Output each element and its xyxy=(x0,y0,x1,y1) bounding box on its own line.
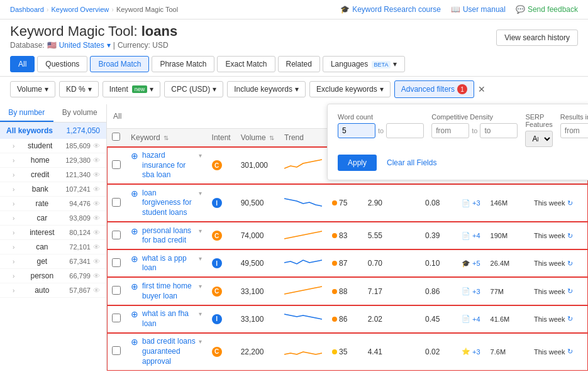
sidebar-arrow-icon: › xyxy=(13,244,14,251)
sidebar-item[interactable]: › auto 57,867 👁 xyxy=(0,283,106,298)
sidebar-item-count: 80,124 xyxy=(69,229,91,236)
keyword-dropdown-icon[interactable]: ▾ xyxy=(199,283,202,290)
word-count-from[interactable] xyxy=(338,123,375,138)
refresh-row-icon[interactable]: ↻ xyxy=(567,315,573,323)
tab-phrase-match[interactable]: Phrase Match xyxy=(152,56,214,72)
word-count-to[interactable] xyxy=(386,123,424,138)
row-checkbox[interactable] xyxy=(112,258,121,267)
keyword-link[interactable]: what is a ppp loan ▾ xyxy=(142,254,202,273)
keyword-dropdown-icon[interactable]: ▾ xyxy=(199,310,202,317)
add-keyword-icon[interactable]: ⊕ xyxy=(131,281,140,292)
user-manual-link[interactable]: 📖 User manual xyxy=(451,5,506,14)
sidebar-item[interactable]: › interest 80,124 👁 xyxy=(0,226,106,240)
clear-all-fields-button[interactable]: Clear all Fields xyxy=(382,155,441,171)
row-checkbox[interactable] xyxy=(112,314,121,322)
eye-icon[interactable]: 👁 xyxy=(93,287,100,294)
row-checkbox[interactable] xyxy=(112,346,121,355)
word-count-field: Word count to xyxy=(338,113,424,147)
sidebar-item[interactable]: › person 66,799 👁 xyxy=(0,269,106,283)
eye-icon[interactable]: 👁 xyxy=(93,229,100,236)
refresh-row-icon[interactable]: ↻ xyxy=(567,232,573,240)
tab-all[interactable]: All xyxy=(10,56,35,72)
all-keywords-row[interactable]: All keywords 1,274,050 xyxy=(0,123,106,139)
results-in-serp-field: Results in SERP to xyxy=(560,113,588,147)
results-serp-from[interactable] xyxy=(560,123,588,138)
eye-icon[interactable]: 👁 xyxy=(93,200,100,207)
sidebar-tab-by-number[interactable]: By number xyxy=(0,104,53,122)
refresh-row-icon[interactable]: ↻ xyxy=(567,199,573,207)
tab-broad-match[interactable]: Broad Match xyxy=(90,56,149,72)
keyword-dropdown-icon[interactable]: ▾ xyxy=(199,152,202,159)
comp-density-to[interactable] xyxy=(480,123,518,138)
sidebar-item[interactable]: › credit 121,340 👁 xyxy=(0,168,106,182)
add-keyword-icon[interactable]: ⊕ xyxy=(131,309,140,319)
advanced-filters-button[interactable]: Advanced filters 1 xyxy=(394,80,474,98)
include-keywords-filter[interactable]: Include keywords ▾ xyxy=(227,81,306,97)
refresh-row-icon[interactable]: ↻ xyxy=(567,260,573,268)
eye-icon[interactable]: 👁 xyxy=(93,185,100,193)
keyword-link[interactable]: bad credit loans guaranteed approval ▾ xyxy=(142,337,202,366)
eye-icon[interactable]: 👁 xyxy=(93,272,100,280)
sidebar-item-count: 185,609 xyxy=(65,142,91,150)
keyword-dropdown-icon[interactable]: ▾ xyxy=(199,255,202,262)
eye-icon[interactable]: 👁 xyxy=(93,156,100,164)
keyword-link[interactable]: first time home buyer loan ▾ xyxy=(142,281,202,301)
sidebar-item[interactable]: › student 185,609 👁 xyxy=(0,139,106,153)
serp-features-select[interactable]: Any xyxy=(525,131,552,147)
keyword-link[interactable]: hazard insurance for sba loan ▾ xyxy=(142,151,202,180)
tab-languages[interactable]: Languages beta ▾ xyxy=(323,56,405,72)
volume-filter[interactable]: Volume ▾ xyxy=(10,81,55,97)
top-nav: 🎓 Keyword Research course 📖 User manual … xyxy=(340,5,578,14)
view-search-button[interactable]: View search history xyxy=(496,30,578,46)
select-all-checkbox[interactable] xyxy=(112,133,120,141)
refresh-row-icon[interactable]: ↻ xyxy=(567,287,573,295)
sidebar-item[interactable]: › home 129,380 👁 xyxy=(0,153,106,168)
refresh-row-icon[interactable]: ↻ xyxy=(567,347,573,356)
add-keyword-icon[interactable]: ⊕ xyxy=(131,254,140,264)
keyword-research-link[interactable]: 🎓 Keyword Research course xyxy=(340,5,441,14)
row-checkbox[interactable] xyxy=(112,160,121,169)
eye-icon[interactable]: 👁 xyxy=(93,142,100,150)
keyword-link[interactable]: loan forgiveness for student loans ▾ xyxy=(142,188,202,218)
eye-icon[interactable]: 👁 xyxy=(93,258,100,265)
database-value[interactable]: United States xyxy=(59,41,104,50)
last-update-cell: This week ↻ xyxy=(529,277,588,305)
exclude-keywords-filter[interactable]: Exclude keywords ▾ xyxy=(309,81,391,97)
last-update-text: This week xyxy=(534,260,565,267)
row-checkbox[interactable] xyxy=(112,198,121,207)
add-keyword-icon[interactable]: ⊕ xyxy=(131,337,140,347)
cpc-filter[interactable]: CPC (USD) ▾ xyxy=(164,81,223,97)
comp-density-from[interactable] xyxy=(431,123,469,138)
sidebar-item[interactable]: › car 93,809 👁 xyxy=(0,211,106,226)
row-checkbox[interactable] xyxy=(112,231,121,239)
tab-related[interactable]: Related xyxy=(278,56,320,72)
breadcrumb-dashboard[interactable]: Dashboard xyxy=(10,6,44,13)
add-keyword-icon[interactable]: ⊕ xyxy=(131,188,140,199)
send-feedback-link[interactable]: 💬 Send feedback xyxy=(516,5,578,14)
sidebar-item[interactable]: › get 67,341 👁 xyxy=(0,254,106,269)
intent-filter[interactable]: Intent new ▾ xyxy=(103,81,161,97)
keyword-dropdown-icon[interactable]: ▾ xyxy=(199,338,202,345)
add-keyword-icon[interactable]: ⊕ xyxy=(131,226,140,236)
eye-icon[interactable]: 👁 xyxy=(93,171,100,178)
breadcrumb-keyword-overview[interactable]: Keyword Overview xyxy=(52,6,109,13)
keyword-link[interactable]: what is an fha loan ▾ xyxy=(142,309,202,329)
tab-questions[interactable]: Questions xyxy=(37,56,87,72)
eye-icon[interactable]: 👁 xyxy=(93,214,100,222)
sidebar-item[interactable]: › can 72,101 👁 xyxy=(0,240,106,254)
tab-exact-match[interactable]: Exact Match xyxy=(217,56,275,72)
sidebar-item[interactable]: › rate 94,476 👁 xyxy=(0,197,106,211)
close-advanced-filters[interactable]: ✕ xyxy=(478,84,485,94)
keyword-link[interactable]: personal loans for bad credit ▾ xyxy=(142,226,202,246)
add-keyword-icon[interactable]: ⊕ xyxy=(131,151,140,161)
sidebar-item[interactable]: › bank 107,241 👁 xyxy=(0,182,106,197)
kd-filter[interactable]: KD % ▾ xyxy=(59,81,99,97)
sidebar-tab-by-volume[interactable]: By volume xyxy=(53,104,107,122)
apply-button[interactable]: Apply xyxy=(338,155,377,171)
eye-icon[interactable]: 👁 xyxy=(93,243,100,251)
advanced-filters-panel: Word count to Competitive Density to SER… xyxy=(327,104,588,180)
sf-count: +3 xyxy=(472,348,480,356)
keyword-dropdown-icon[interactable]: ▾ xyxy=(199,190,202,197)
row-checkbox[interactable] xyxy=(112,286,121,295)
keyword-dropdown-icon[interactable]: ▾ xyxy=(199,227,202,234)
